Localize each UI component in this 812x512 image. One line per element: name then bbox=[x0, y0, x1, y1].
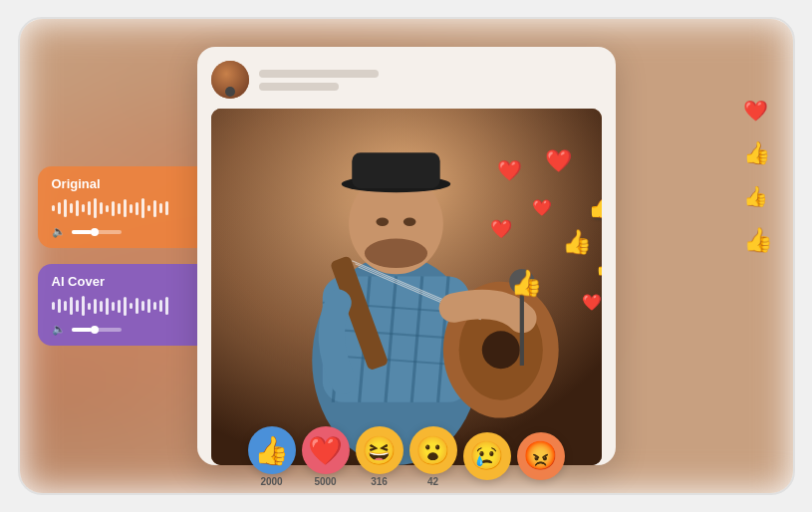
angry-emoji: 😡 bbox=[517, 432, 565, 480]
like-emoji: 👍 bbox=[248, 426, 296, 474]
right-thumb-icon-1: 👍 bbox=[743, 140, 773, 166]
subtitle-line bbox=[259, 83, 339, 91]
reaction-like[interactable]: 👍 2000 bbox=[248, 426, 296, 487]
wow-count: 42 bbox=[427, 476, 438, 487]
haha-count: 316 bbox=[371, 476, 388, 487]
guitarist-image bbox=[211, 109, 602, 465]
haha-emoji: 😆 bbox=[356, 426, 404, 474]
like-count: 2000 bbox=[260, 476, 282, 487]
username-line bbox=[259, 70, 379, 78]
guitarist-photo: ❤️ 👍 ❤️ 👍 👍 ❤️ ❤️ 👍 ❤️ bbox=[211, 109, 602, 465]
love-emoji: ❤️ bbox=[302, 426, 350, 474]
reaction-haha[interactable]: 😆 316 bbox=[356, 426, 404, 487]
avatar bbox=[211, 61, 249, 99]
reaction-sad[interactable]: 😢 bbox=[463, 432, 511, 482]
svg-point-16 bbox=[403, 218, 415, 226]
header-user-info bbox=[259, 70, 379, 91]
volume-icon-ai-cover: 🔈 bbox=[52, 323, 66, 336]
social-card: ❤️ 👍 ❤️ 👍 👍 ❤️ ❤️ 👍 ❤️ 👍 2000 ❤️ 5000 bbox=[197, 47, 616, 465]
right-heart-icon-1: ❤️ bbox=[743, 99, 773, 123]
volume-slider-original[interactable] bbox=[72, 230, 122, 234]
svg-point-20 bbox=[481, 331, 519, 369]
sad-emoji: 😢 bbox=[463, 432, 511, 480]
love-count: 5000 bbox=[314, 476, 336, 487]
wow-emoji: 😮 bbox=[409, 426, 457, 474]
volume-slider-ai-cover[interactable] bbox=[72, 328, 122, 332]
svg-point-15 bbox=[376, 218, 389, 226]
reaction-love[interactable]: ❤️ 5000 bbox=[302, 426, 350, 487]
right-thumb-icon-3: 👍 bbox=[743, 226, 773, 254]
reaction-wow[interactable]: 😮 42 bbox=[409, 426, 457, 487]
volume-icon-original: 🔈 bbox=[52, 225, 66, 238]
card-header bbox=[211, 61, 602, 99]
svg-rect-26 bbox=[519, 282, 523, 366]
main-frame: Original 🔈 AI Cover 🔈 bbox=[18, 17, 795, 495]
right-floating-reactions: ❤️ 👍 👍 👍 bbox=[743, 99, 773, 254]
right-thumb-icon-2: 👍 bbox=[743, 184, 773, 208]
emoji-reactions-bar: 👍 2000 ❤️ 5000 😆 316 😮 42 😢 😡 bbox=[248, 426, 565, 487]
reaction-angry[interactable]: 😡 bbox=[517, 432, 565, 482]
svg-point-17 bbox=[364, 239, 426, 268]
svg-rect-14 bbox=[352, 152, 439, 188]
